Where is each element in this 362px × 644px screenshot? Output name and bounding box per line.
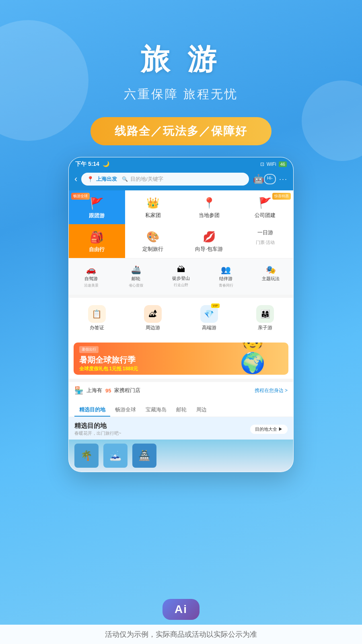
- cat-free-travel[interactable]: 🎒 自由行: [69, 224, 125, 258]
- search-bar: ‹ 📍 上海出发 🔍 目的地/关键字 🤖 Hi- ···: [69, 169, 293, 190]
- cat-group-tour[interactable]: 畅游全球 🚩 跟团游: [69, 190, 125, 224]
- service-label-luxury: 高端游: [202, 324, 216, 331]
- banner-title: 暑期全球旅行季: [79, 355, 234, 365]
- user-icon: 🤖: [253, 174, 264, 184]
- category-grid-row1: 畅游全球 🚩 跟团游 👑 私家团 📍 当地参团 惊喜特惠 🚩 公司团建: [69, 190, 293, 224]
- vip-badge: VIP: [211, 303, 220, 308]
- phone-mockup: 下午 5:14 🌙 ⊡ WiFi 46 ‹ 📍 上海出发 🔍 目的地/关键字 �: [68, 157, 294, 472]
- small-label-hiking: 徒步登山: [172, 275, 190, 281]
- dest-thumb-3[interactable]: 🏯: [132, 444, 156, 468]
- store-icon: 🏪: [74, 386, 83, 395]
- featured-header-left: 精选目的地 春暖花开，出门旅行吧~: [74, 422, 121, 436]
- dest-thumb-2[interactable]: 🗻: [103, 444, 128, 468]
- cat-label-guide: 向导·包车游: [195, 246, 223, 253]
- small-sub-companion: 青春同行: [219, 283, 233, 288]
- search-icon: 🔍: [122, 176, 128, 182]
- small-label-drive: 自驾游: [84, 276, 98, 282]
- category-grid-row2: 🎒 自由行 🎨 定制旅行 💋 向导·包车游 一日游 门票·活动: [69, 224, 293, 258]
- search-placeholder: 目的地/关键字: [130, 175, 163, 183]
- featured-header: 精选目的地 春暖花开，出门旅行吧~ 目的地大全 ▶: [69, 417, 293, 440]
- small-label-theme: 主题玩法: [262, 276, 280, 282]
- store-suffix: 家携程门店: [114, 387, 140, 394]
- tab-selected-dest[interactable]: 精选目的地: [74, 404, 110, 417]
- cat-guide-tour[interactable]: 💋 向导·包车游: [181, 224, 237, 258]
- small-self-drive[interactable]: 🚗 自驾游 沿途美景: [69, 262, 114, 291]
- featured-title: 精选目的地: [74, 422, 121, 430]
- featured-subtitle: 春暖花开，出门旅行吧~: [74, 430, 121, 436]
- small-sub-cruise: 省心度假: [129, 283, 143, 288]
- people-icon: 👥: [221, 265, 231, 275]
- location-icon: 📍: [87, 176, 94, 182]
- tab-cruise[interactable]: 邮轮: [171, 404, 191, 417]
- cat-day-tour[interactable]: 一日游 门票·活动: [237, 224, 294, 258]
- store-link[interactable]: 携程在您身边 >: [255, 387, 288, 394]
- status-icons: ⊡ WiFi 46: [260, 161, 287, 167]
- small-hiking[interactable]: 🏔 徒步登山 行走山野: [158, 262, 204, 291]
- flag-icon: 🚩: [90, 197, 103, 210]
- service-label-nearby: 周边游: [146, 324, 160, 331]
- small-label-companion: 结伴游: [219, 276, 232, 282]
- tab-island[interactable]: 宝藏海岛: [141, 404, 171, 417]
- banner-left: 暑假出行 暑期全球旅行季 全球度假礼包 1元抵 1888元: [74, 343, 240, 375]
- cat-label-custom: 定制旅行: [142, 246, 163, 253]
- back-button[interactable]: ‹: [74, 174, 77, 184]
- hero-badge: 线路全／玩法多／保障好: [90, 117, 272, 145]
- small-grid: 🚗 自驾游 沿途美景 🚢 邮轮 省心度假 🏔 徒步登山 行走山野 👥 结伴游 青…: [69, 258, 293, 295]
- cat-local-tour[interactable]: 📍 当地参团: [181, 190, 237, 224]
- store-prefix: 上海有: [86, 387, 102, 394]
- nearby-icon-wrap: 🏕: [144, 305, 162, 323]
- small-sub-drive: 沿途美景: [84, 283, 99, 288]
- nearby-icon: 🏕: [149, 310, 157, 319]
- status-bar: 下午 5:14 🌙 ⊡ WiFi 46: [69, 157, 293, 169]
- cat-label-group: 跟团游: [89, 212, 105, 219]
- cat-tag-group: 畅游全球: [71, 193, 90, 200]
- cat-label-free: 自由行: [89, 246, 105, 253]
- phone-frame: 下午 5:14 🌙 ⊡ WiFi 46 ‹ 📍 上海出发 🔍 目的地/关键字 �: [68, 157, 294, 472]
- banner-subtitle: 全球度假礼包: [79, 366, 108, 372]
- promo-banner[interactable]: 暑假出行 暑期全球旅行季 全球度假礼包 1元抵 1888元 🧒🌍: [74, 343, 288, 375]
- small-companion[interactable]: 👥 结伴游 青春同行: [204, 262, 249, 291]
- header-actions: 🤖 Hi- ···: [253, 174, 288, 184]
- service-visa[interactable]: 📋 办签证: [69, 302, 125, 334]
- banner-right: 🧒🌍: [240, 343, 288, 375]
- disclaimer: 活动仅为示例，实际商品或活动以实际公示为准: [0, 625, 362, 644]
- service-luxury[interactable]: 💎 VIP 高端游: [181, 302, 237, 334]
- featured-more-button[interactable]: 目的地大全 ▶: [250, 425, 288, 434]
- small-theme[interactable]: 🎭 主题玩法: [248, 262, 293, 291]
- visa-icon-wrap: 📋: [88, 305, 106, 323]
- cat-custom-travel[interactable]: 🎨 定制旅行: [125, 224, 181, 258]
- tab-global[interactable]: 畅游全球: [110, 404, 141, 417]
- cat-label-corp: 公司团建: [255, 212, 276, 219]
- service-nearby[interactable]: 🏕 周边游: [125, 302, 181, 334]
- store-count: 95: [105, 388, 111, 394]
- moon-icon: 🌙: [103, 161, 109, 167]
- search-input-area[interactable]: 📍 上海出发 🔍 目的地/关键字: [81, 173, 249, 186]
- battery-icon: 46: [279, 161, 287, 167]
- family-icon-wrap: 👨‍👩‍👧: [256, 305, 274, 323]
- small-sub-hiking: 行走山野: [174, 283, 188, 288]
- more-dots-icon[interactable]: ···: [279, 175, 288, 184]
- bag-icon: 🎒: [90, 231, 103, 244]
- dest-thumb-1[interactable]: 🌴: [74, 444, 99, 468]
- banner-tag: 暑假出行: [79, 346, 99, 353]
- tab-nearby[interactable]: 周边: [191, 404, 212, 417]
- luxury-icon: 💎: [204, 309, 214, 319]
- cat-corp-tour[interactable]: 惊喜特惠 🚩 公司团建: [237, 190, 294, 224]
- cat-label-local: 当地参团: [199, 212, 220, 219]
- service-label-family: 亲子游: [258, 324, 272, 331]
- mountain-icon: 🏔: [177, 265, 185, 274]
- cat-tag-corp: 惊喜特惠: [272, 193, 291, 200]
- search-origin: 上海出发: [96, 175, 117, 183]
- service-family[interactable]: 👨‍👩‍👧 亲子游: [237, 302, 294, 334]
- visa-icon: 📋: [92, 309, 102, 319]
- small-cruise[interactable]: 🚢 邮轮 省心度假: [114, 262, 159, 291]
- ai-badge[interactable]: Ai: [162, 599, 200, 620]
- cat-label-private: 私家团: [145, 212, 161, 219]
- small-label-cruise: 邮轮: [132, 276, 140, 282]
- cat-private-tour[interactable]: 👑 私家团: [125, 190, 181, 224]
- status-time: 下午 5:14 🌙: [75, 161, 109, 168]
- cat-label-day: 一日游: [257, 229, 273, 236]
- banner-character: 🧒🌍: [240, 343, 288, 375]
- user-icon-wrap[interactable]: 🤖 Hi-: [253, 174, 276, 184]
- featured-images-row: 🌴 🗻 🏯: [69, 440, 293, 472]
